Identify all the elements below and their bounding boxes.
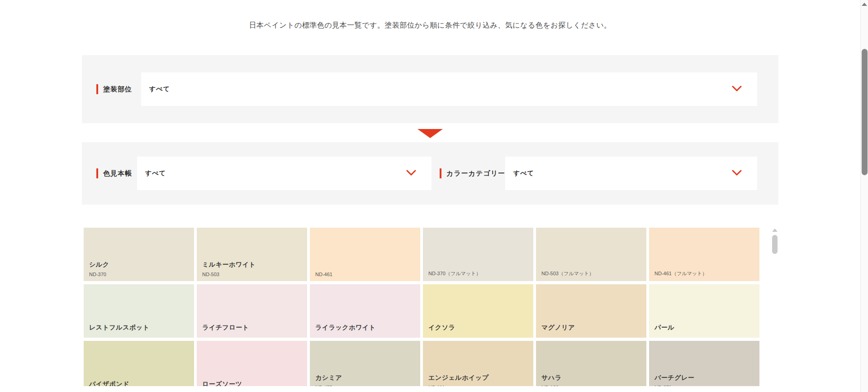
filter-panel-paint-area: 塗装部位 すべて xyxy=(82,55,778,123)
swatch-grid: シルク ND-370 ミルキーホワイト ND-503 ND-461 ND-370… xyxy=(84,228,759,386)
swatch-code: ND-461 xyxy=(315,272,332,277)
browser-scrollbar[interactable] xyxy=(860,0,868,392)
swatch-code: ND-461（フルマット） xyxy=(655,270,707,277)
red-bar-icon xyxy=(96,168,98,178)
color-swatch[interactable]: パール xyxy=(649,284,759,338)
color-swatch[interactable]: ライチフロート xyxy=(197,284,307,338)
swatch-name: マグノリア xyxy=(541,324,575,332)
swatch-grid-wrap: シルク ND-370 ミルキーホワイト ND-503 ND-461 ND-370… xyxy=(82,228,778,386)
color-swatch[interactable]: マグノリア xyxy=(536,284,646,338)
color-category-label: カラーカテゴリー xyxy=(446,169,505,178)
color-swatch[interactable]: エンジェルホイップ ND-111 xyxy=(423,341,533,386)
chevron-down-icon xyxy=(732,85,742,93)
swatch-name: バイザポンド xyxy=(89,380,129,386)
swatch-name: イクソラ xyxy=(428,324,455,332)
swatch-name: エンジェルホイップ xyxy=(428,374,489,382)
color-book-label-group: 色見本帳 xyxy=(96,168,132,178)
grid-scrollbar-thumb[interactable] xyxy=(772,235,778,254)
paint-area-select[interactable]: すべて xyxy=(141,72,757,106)
browser-scrollbar-thumb[interactable] xyxy=(862,49,868,175)
page-content: 日本ペイントの標準色の見本一覧です。塗装部位から順に条件で絞り込み、気になる色を… xyxy=(0,0,860,392)
color-swatch[interactable]: ライラックホワイト xyxy=(310,284,420,338)
chevron-down-icon xyxy=(732,169,742,177)
color-swatch[interactable]: ND-461（フルマット） xyxy=(649,228,759,281)
swatch-code: ND-455 xyxy=(315,385,332,386)
swatch-code: ND-111 xyxy=(428,385,445,386)
color-swatch[interactable]: ND-461 xyxy=(310,228,420,281)
swatch-name: ミルキーホワイト xyxy=(202,261,256,269)
grid-scrollbar[interactable] xyxy=(772,228,778,386)
color-swatch[interactable]: ミルキーホワイト ND-503 xyxy=(197,228,307,281)
color-book-selected-value: すべて xyxy=(145,169,166,177)
color-swatch[interactable]: カシミア ND-455 xyxy=(310,341,420,386)
color-swatch[interactable]: シルク ND-370 xyxy=(84,228,194,281)
swatch-code: ND-183 xyxy=(541,385,559,386)
swatch-name: ローズソーツ xyxy=(202,380,242,386)
swatch-name: カシミア xyxy=(315,374,342,382)
color-swatch[interactable]: サハラ ND-183 xyxy=(536,341,646,386)
color-swatch[interactable]: レストフルスポット xyxy=(84,284,194,338)
filter-panel-color-book-category: 色見本帳 すべて カラーカテゴリー すべて xyxy=(82,142,778,205)
paint-area-label: 塗装部位 xyxy=(103,85,132,94)
scroll-up-arrow-icon[interactable] xyxy=(772,229,778,232)
swatch-name: パール xyxy=(655,324,674,332)
swatch-code: ND-503（フルマット） xyxy=(541,270,594,277)
swatch-code: ND-370 xyxy=(89,272,106,277)
swatch-name: ライチフロート xyxy=(202,324,249,332)
red-bar-icon xyxy=(440,168,441,178)
chevron-down-icon xyxy=(406,169,416,177)
paint-area-label-group: 塗装部位 xyxy=(96,84,132,94)
swatch-code: ND-371 xyxy=(655,385,672,386)
scroll-up-arrow-icon[interactable] xyxy=(862,3,867,6)
swatch-name: サハラ xyxy=(541,374,561,382)
color-swatch[interactable]: ローズソーツ xyxy=(197,341,307,386)
swatch-name: バーチグレー xyxy=(655,374,694,382)
swatch-name: シルク xyxy=(89,261,109,269)
divider-wrap xyxy=(82,123,778,142)
color-category-selected-value: すべて xyxy=(513,169,534,177)
color-book-label: 色見本帳 xyxy=(103,169,132,178)
color-swatch[interactable]: バイザポンド xyxy=(84,341,194,386)
color-swatch[interactable]: ND-370（フルマット） xyxy=(423,228,533,281)
page-description: 日本ペイントの標準色の見本一覧です。塗装部位から順に条件で絞り込み、気になる色を… xyxy=(0,0,860,31)
color-swatch[interactable]: イクソラ xyxy=(423,284,533,338)
color-swatch[interactable]: バーチグレー ND-371 xyxy=(649,341,759,386)
triangle-down-icon xyxy=(417,129,443,138)
color-category-select[interactable]: すべて xyxy=(505,157,757,190)
red-bar-icon xyxy=(96,84,98,94)
swatch-name: ライラックホワイト xyxy=(315,324,375,332)
color-swatch[interactable]: ND-503（フルマット） xyxy=(536,228,646,281)
paint-area-selected-value: すべて xyxy=(149,85,170,93)
swatch-code: ND-503 xyxy=(202,272,219,277)
swatch-name: レストフルスポット xyxy=(89,324,149,332)
color-book-select[interactable]: すべて xyxy=(137,157,432,190)
color-category-label-group: カラーカテゴリー xyxy=(440,168,505,178)
swatch-code: ND-370（フルマット） xyxy=(428,270,481,277)
